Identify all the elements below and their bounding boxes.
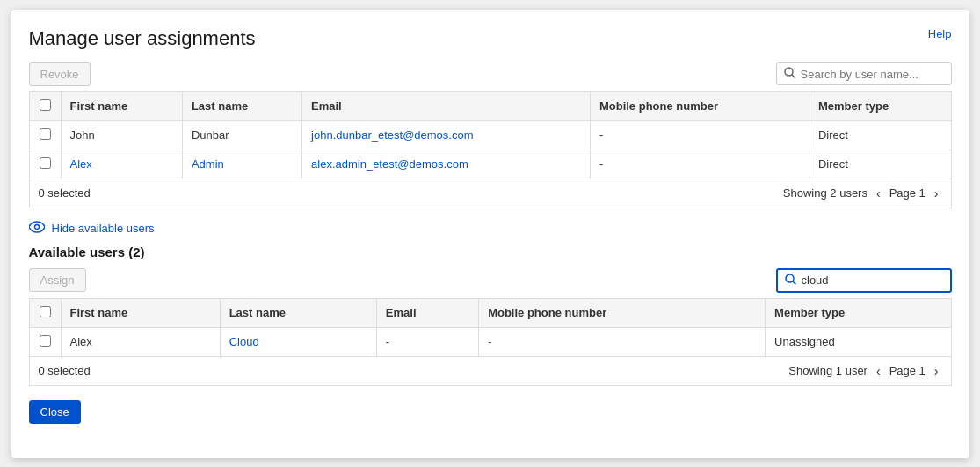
table-row: Alex Cloud - - Unassigned	[29, 327, 951, 356]
assigned-status-row: 0 selected Showing 2 users ‹ Page 1 ›	[29, 179, 952, 208]
email-link[interactable]: john.dunbar_etest@demos.com	[311, 128, 473, 142]
email-cell: john.dunbar_etest@demos.com	[302, 120, 591, 150]
phone-cell: -	[590, 150, 809, 179]
available-col-lastname: Last name	[220, 298, 376, 327]
assigned-table-header: First name Last name Email Mobile phone …	[29, 91, 951, 120]
page-label: Page 1	[889, 364, 926, 377]
svg-line-4	[793, 281, 795, 284]
search-icon	[785, 274, 796, 288]
modal-title: Manage user assignments	[29, 27, 256, 50]
member-type-cell: Direct	[809, 120, 951, 150]
revoke-toolbar: Revoke	[29, 62, 952, 86]
assigned-col-membertype: Member type	[809, 91, 951, 120]
available-search-box[interactable]	[776, 268, 952, 293]
modal-footer: Close	[29, 400, 952, 424]
revoke-button[interactable]: Revoke	[29, 62, 91, 86]
name-link[interactable]: Admin	[192, 157, 224, 171]
assigned-col-phone: Mobile phone number	[590, 91, 809, 120]
help-link[interactable]: Help	[928, 27, 952, 40]
next-page-btn[interactable]: ›	[931, 362, 942, 380]
select-all-assigned-checkbox[interactable]	[40, 99, 51, 111]
row-checkbox[interactable]	[40, 335, 51, 347]
name-link[interactable]: Alex	[70, 157, 92, 171]
available-status-row: 0 selected Showing 1 user ‹ Page 1 ›	[29, 357, 952, 386]
select-all-available-col	[29, 298, 61, 327]
email-cell: alex.admin_etest@demos.com	[302, 150, 591, 179]
assigned-users-table: First name Last name Email Mobile phone …	[29, 91, 952, 179]
row-checkbox[interactable]	[40, 157, 51, 169]
last-name-cell: Admin	[182, 150, 301, 179]
last-name-cell: Dunbar	[182, 120, 301, 150]
member-type-cell: Unassigned	[766, 327, 951, 356]
search-icon	[784, 67, 795, 81]
assign-toolbar: Assign	[29, 268, 952, 293]
close-button[interactable]: Close	[29, 400, 81, 424]
available-table-header: First name Last name Email Mobile phone …	[29, 298, 951, 327]
available-table-body: Alex Cloud - - Unassigned	[29, 327, 951, 356]
select-all-assigned-col	[29, 91, 61, 120]
available-col-email: Email	[376, 298, 478, 327]
first-name-cell: Alex	[61, 327, 220, 356]
available-section-title: Available users (2)	[29, 244, 952, 259]
available-selected-count: 0 selected	[39, 364, 91, 377]
last-name-cell: Cloud	[220, 327, 376, 356]
table-row: John Dunbar john.dunbar_etest@demos.com …	[29, 120, 951, 150]
hide-users-row: Hide available users	[29, 221, 952, 236]
assign-button[interactable]: Assign	[29, 268, 86, 292]
available-users-table: First name Last name Email Mobile phone …	[29, 298, 952, 357]
first-name-cell: John	[61, 120, 182, 150]
prev-page-btn[interactable]: ‹	[873, 185, 884, 202]
assigned-table-body: John Dunbar john.dunbar_etest@demos.com …	[29, 120, 951, 179]
row-checkbox[interactable]	[40, 128, 51, 140]
assigned-col-lastname: Last name	[182, 91, 301, 120]
assigned-col-firstname: First name	[61, 91, 182, 120]
select-all-available-checkbox[interactable]	[40, 306, 51, 317]
assigned-col-email: Email	[302, 91, 591, 120]
hide-users-link[interactable]: Hide available users	[52, 222, 155, 235]
assigned-selected-count: 0 selected	[39, 186, 91, 200]
first-name-cell: Alex	[61, 150, 182, 179]
member-type-cell: Direct	[809, 150, 951, 179]
available-pagination: Showing 1 user ‹ Page 1 ›	[788, 362, 941, 380]
svg-point-2	[34, 224, 39, 229]
available-col-phone: Mobile phone number	[479, 298, 766, 327]
available-col-membertype: Member type	[766, 298, 951, 327]
assigned-showing: Showing 2 users	[783, 186, 867, 200]
eye-icon	[29, 221, 45, 236]
name-link[interactable]: Cloud	[229, 335, 259, 348]
table-row: Alex Admin alex.admin_etest@demos.com - …	[29, 150, 951, 179]
available-search-input[interactable]	[802, 274, 933, 287]
phone-cell: -	[479, 327, 766, 356]
svg-line-1	[792, 75, 795, 77]
assigned-pagination: Showing 2 users ‹ Page 1 ›	[783, 185, 942, 202]
email-cell: -	[376, 327, 478, 356]
assigned-search-box[interactable]	[776, 62, 952, 85]
phone-cell: -	[590, 120, 809, 150]
page-label: Page 1	[889, 186, 926, 200]
next-page-btn[interactable]: ›	[931, 185, 942, 202]
email-link[interactable]: alex.admin_etest@demos.com	[311, 157, 468, 171]
modal-header: Manage user assignments Help	[29, 27, 952, 50]
modal-container: Manage user assignments Help Revoke Firs…	[11, 10, 969, 458]
prev-page-btn[interactable]: ‹	[873, 362, 884, 380]
assigned-search-input[interactable]	[801, 68, 933, 81]
available-showing: Showing 1 user	[788, 364, 867, 377]
available-col-firstname: First name	[61, 298, 220, 327]
